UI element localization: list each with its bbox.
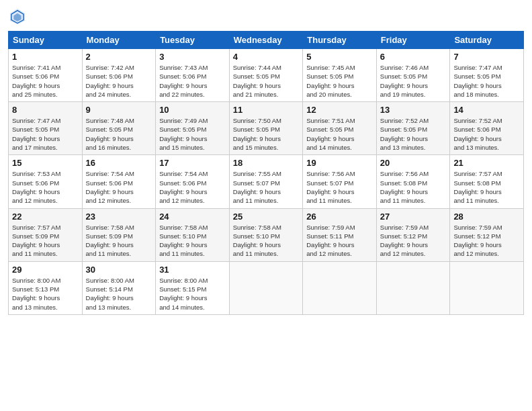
cell-info: Sunrise: 7:54 AMSunset: 5:06 PMDaylight:…	[86, 169, 152, 205]
cell-info: Sunrise: 7:58 AMSunset: 5:09 PMDaylight:…	[86, 223, 152, 259]
calendar-cell: 24Sunrise: 7:58 AMSunset: 5:10 PMDayligh…	[156, 208, 230, 261]
cell-info: Sunrise: 7:49 AMSunset: 5:05 PMDaylight:…	[159, 116, 226, 152]
day-number: 27	[380, 212, 447, 222]
calendar-cell: 12Sunrise: 7:51 AMSunset: 5:05 PMDayligh…	[303, 102, 377, 155]
day-number: 12	[306, 105, 373, 115]
day-number: 6	[380, 52, 447, 62]
cell-info: Sunrise: 7:47 AMSunset: 5:05 PMDaylight:…	[453, 63, 520, 99]
cell-info: Sunrise: 7:59 AMSunset: 5:12 PMDaylight:…	[453, 223, 520, 259]
day-number: 11	[233, 105, 300, 115]
day-number: 26	[306, 212, 373, 222]
cell-info: Sunrise: 7:55 AMSunset: 5:07 PMDaylight:…	[233, 169, 300, 205]
calendar-cell: 16Sunrise: 7:54 AMSunset: 5:06 PMDayligh…	[82, 155, 156, 208]
calendar-cell: 26Sunrise: 7:59 AMSunset: 5:11 PMDayligh…	[303, 208, 377, 261]
calendar-cell: 31Sunrise: 8:00 AMSunset: 5:15 PMDayligh…	[156, 261, 230, 314]
day-number: 13	[380, 105, 447, 115]
calendar-cell: 1Sunrise: 7:41 AMSunset: 5:06 PMDaylight…	[9, 49, 83, 102]
cell-info: Sunrise: 7:41 AMSunset: 5:06 PMDaylight:…	[12, 63, 79, 99]
cell-info: Sunrise: 7:52 AMSunset: 5:05 PMDaylight:…	[380, 116, 447, 152]
calendar-cell: 18Sunrise: 7:55 AMSunset: 5:07 PMDayligh…	[229, 155, 303, 208]
calendar-cell: 11Sunrise: 7:50 AMSunset: 5:05 PMDayligh…	[229, 102, 303, 155]
day-number: 23	[86, 212, 152, 222]
cell-info: Sunrise: 7:56 AMSunset: 5:08 PMDaylight:…	[380, 169, 447, 205]
calendar-cell: 5Sunrise: 7:45 AMSunset: 5:05 PMDaylight…	[303, 49, 377, 102]
cell-info: Sunrise: 7:51 AMSunset: 5:05 PMDaylight:…	[306, 116, 373, 152]
cell-info: Sunrise: 7:58 AMSunset: 5:10 PMDaylight:…	[159, 223, 226, 259]
day-number: 7	[453, 52, 520, 62]
day-number: 19	[306, 158, 373, 168]
day-number: 3	[159, 52, 226, 62]
week-row-1: 1Sunrise: 7:41 AMSunset: 5:06 PMDaylight…	[9, 49, 524, 102]
calendar-cell: 29Sunrise: 8:00 AMSunset: 5:13 PMDayligh…	[9, 261, 83, 314]
day-number: 1	[12, 52, 79, 62]
cell-info: Sunrise: 7:43 AMSunset: 5:06 PMDaylight:…	[159, 63, 226, 99]
day-number: 22	[12, 212, 79, 222]
weekday-saturday: Saturday	[450, 32, 524, 49]
calendar-cell	[376, 261, 450, 314]
week-row-4: 22Sunrise: 7:57 AMSunset: 5:09 PMDayligh…	[9, 208, 524, 261]
weekday-thursday: Thursday	[303, 32, 377, 49]
cell-info: Sunrise: 7:42 AMSunset: 5:06 PMDaylight:…	[86, 63, 152, 99]
day-number: 31	[159, 265, 226, 275]
cell-info: Sunrise: 7:56 AMSunset: 5:07 PMDaylight:…	[306, 169, 373, 205]
calendar-cell: 13Sunrise: 7:52 AMSunset: 5:05 PMDayligh…	[376, 102, 450, 155]
logo-icon	[8, 7, 27, 26]
cell-info: Sunrise: 7:50 AMSunset: 5:05 PMDaylight:…	[233, 116, 300, 152]
cell-info: Sunrise: 7:47 AMSunset: 5:05 PMDaylight:…	[12, 116, 79, 152]
cell-info: Sunrise: 7:58 AMSunset: 5:10 PMDaylight:…	[233, 223, 300, 259]
week-row-2: 8Sunrise: 7:47 AMSunset: 5:05 PMDaylight…	[9, 102, 524, 155]
page-container: SundayMondayTuesdayWednesdayThursdayFrid…	[0, 0, 532, 320]
calendar-cell: 9Sunrise: 7:48 AMSunset: 5:05 PMDaylight…	[82, 102, 156, 155]
calendar-cell: 17Sunrise: 7:54 AMSunset: 5:06 PMDayligh…	[156, 155, 230, 208]
cell-info: Sunrise: 8:00 AMSunset: 5:13 PMDaylight:…	[12, 276, 79, 312]
day-number: 10	[159, 105, 226, 115]
cell-info: Sunrise: 7:59 AMSunset: 5:11 PMDaylight:…	[306, 223, 373, 259]
calendar-cell: 25Sunrise: 7:58 AMSunset: 5:10 PMDayligh…	[229, 208, 303, 261]
day-number: 29	[12, 265, 79, 275]
logo	[8, 7, 30, 26]
cell-info: Sunrise: 7:53 AMSunset: 5:06 PMDaylight:…	[12, 169, 79, 205]
calendar-cell: 19Sunrise: 7:56 AMSunset: 5:07 PMDayligh…	[303, 155, 377, 208]
day-number: 5	[306, 52, 373, 62]
day-number: 4	[233, 52, 300, 62]
day-number: 21	[453, 158, 520, 168]
cell-info: Sunrise: 8:00 AMSunset: 5:15 PMDaylight:…	[159, 276, 226, 312]
day-number: 2	[86, 52, 152, 62]
calendar-cell: 27Sunrise: 7:59 AMSunset: 5:12 PMDayligh…	[376, 208, 450, 261]
cell-info: Sunrise: 7:59 AMSunset: 5:12 PMDaylight:…	[380, 223, 447, 259]
calendar-cell: 4Sunrise: 7:44 AMSunset: 5:05 PMDaylight…	[229, 49, 303, 102]
weekday-wednesday: Wednesday	[229, 32, 303, 49]
calendar-cell: 10Sunrise: 7:49 AMSunset: 5:05 PMDayligh…	[156, 102, 230, 155]
day-number: 24	[159, 212, 226, 222]
day-number: 20	[380, 158, 447, 168]
weekday-tuesday: Tuesday	[156, 32, 230, 49]
day-number: 15	[12, 158, 79, 168]
cell-info: Sunrise: 7:48 AMSunset: 5:05 PMDaylight:…	[86, 116, 152, 152]
calendar-cell	[229, 261, 303, 314]
week-row-3: 15Sunrise: 7:53 AMSunset: 5:06 PMDayligh…	[9, 155, 524, 208]
cell-info: Sunrise: 7:44 AMSunset: 5:05 PMDaylight:…	[233, 63, 300, 99]
calendar-cell: 22Sunrise: 7:57 AMSunset: 5:09 PMDayligh…	[9, 208, 83, 261]
calendar-cell	[450, 261, 524, 314]
day-number: 18	[233, 158, 300, 168]
calendar-cell: 3Sunrise: 7:43 AMSunset: 5:06 PMDaylight…	[156, 49, 230, 102]
calendar-cell: 8Sunrise: 7:47 AMSunset: 5:05 PMDaylight…	[9, 102, 83, 155]
cell-info: Sunrise: 7:57 AMSunset: 5:08 PMDaylight:…	[453, 169, 520, 205]
cell-info: Sunrise: 7:52 AMSunset: 5:06 PMDaylight:…	[453, 116, 520, 152]
cell-info: Sunrise: 7:57 AMSunset: 5:09 PMDaylight:…	[12, 223, 79, 259]
day-number: 17	[159, 158, 226, 168]
cell-info: Sunrise: 7:45 AMSunset: 5:05 PMDaylight:…	[306, 63, 373, 99]
day-number: 8	[12, 105, 79, 115]
calendar-cell: 28Sunrise: 7:59 AMSunset: 5:12 PMDayligh…	[450, 208, 524, 261]
calendar-cell	[303, 261, 377, 314]
calendar-cell: 30Sunrise: 8:00 AMSunset: 5:14 PMDayligh…	[82, 261, 156, 314]
weekday-friday: Friday	[376, 32, 450, 49]
calendar-cell: 6Sunrise: 7:46 AMSunset: 5:05 PMDaylight…	[376, 49, 450, 102]
week-row-5: 29Sunrise: 8:00 AMSunset: 5:13 PMDayligh…	[9, 261, 524, 314]
weekday-header-row: SundayMondayTuesdayWednesdayThursdayFrid…	[9, 32, 524, 49]
calendar-cell: 15Sunrise: 7:53 AMSunset: 5:06 PMDayligh…	[9, 155, 83, 208]
calendar-table: SundayMondayTuesdayWednesdayThursdayFrid…	[8, 31, 524, 315]
cell-info: Sunrise: 8:00 AMSunset: 5:14 PMDaylight:…	[86, 276, 152, 312]
calendar-cell: 20Sunrise: 7:56 AMSunset: 5:08 PMDayligh…	[376, 155, 450, 208]
page-header	[8, 7, 524, 26]
